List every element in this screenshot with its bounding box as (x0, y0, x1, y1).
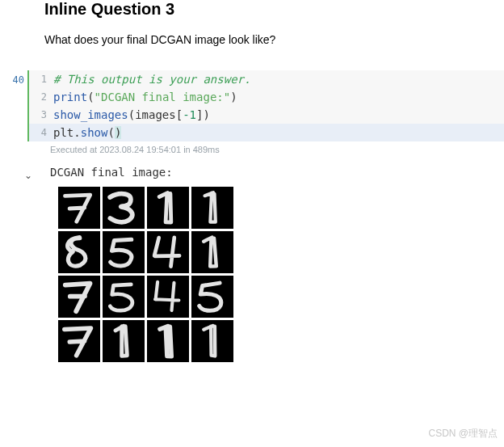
execution-meta: Executed at 2023.08.24 19:54:01 in 489ms (50, 145, 504, 154)
code-content: plt.show() (53, 124, 121, 141)
digit-cell (147, 187, 189, 229)
watermark: CSDN @理智点 (428, 427, 498, 441)
output-image (58, 187, 504, 365)
digit-cell (191, 276, 233, 318)
code-line[interactable]: 3show_images(images[-1]) (29, 106, 504, 124)
line-number: 2 (31, 88, 53, 106)
line-number: 4 (31, 124, 53, 141)
digit-cell (191, 187, 233, 229)
code-cell: 40 1# This output is your answer.2print(… (0, 70, 504, 141)
chevron-down-icon[interactable]: ⌄ (24, 170, 32, 181)
digit-cell (58, 231, 100, 273)
code-line[interactable]: 1# This output is your answer. (29, 70, 504, 88)
digit-cell (58, 187, 100, 229)
code-content: # This output is your answer. (53, 70, 250, 88)
digit-cell (191, 320, 233, 362)
digit-cell (103, 320, 145, 362)
digit-cell (147, 320, 189, 362)
svg-rect-10 (147, 276, 189, 318)
code-input-area[interactable]: 1# This output is your answer.2print("DC… (27, 70, 504, 141)
code-content: print("DCGAN final image:") (53, 88, 237, 106)
digit-cell (147, 276, 189, 318)
line-number: 1 (31, 70, 53, 88)
code-line[interactable]: 2print("DCGAN final image:") (29, 88, 504, 106)
code-line[interactable]: 4plt.show() (29, 124, 504, 141)
digit-cell (103, 231, 145, 273)
digit-cell (58, 320, 100, 362)
cell-output: DCGAN final image: (50, 166, 504, 365)
digit-cell (191, 231, 233, 273)
digit-cell (103, 276, 145, 318)
output-text: DCGAN final image: (50, 166, 504, 179)
section-heading: Inline Question 3 (44, 0, 504, 19)
digit-cell (58, 276, 100, 318)
execution-count: 40 (0, 74, 24, 86)
question-text: What does your final DCGAN image look li… (44, 33, 504, 46)
digit-cell (147, 231, 189, 273)
digit-cell (103, 187, 145, 229)
line-number: 3 (31, 106, 53, 124)
code-content: show_images(images[-1]) (53, 106, 210, 124)
